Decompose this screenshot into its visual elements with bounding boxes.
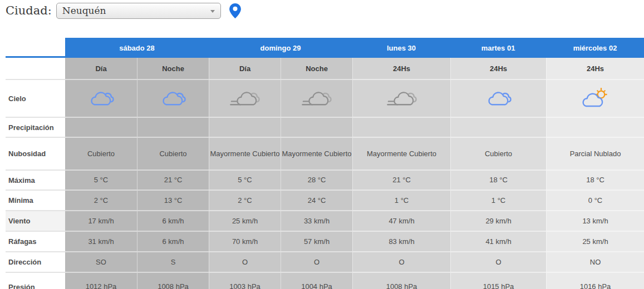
value-cell <box>209 117 281 137</box>
row-rafagas: Ráfagas 31 km/h 6 km/h 70 km/h 57 km/h 8… <box>6 231 644 251</box>
city-selector-bar: Ciudad: Neuquén <box>6 0 242 21</box>
weather-cell <box>281 79 352 117</box>
mostly-cloudy-windy-icon <box>230 89 260 108</box>
value-cell: 13 °C <box>137 190 209 210</box>
weather-cell <box>209 79 281 117</box>
value-cell: 25 km/h <box>209 210 281 231</box>
table-corner <box>6 38 65 58</box>
value-cell: 13 km/h <box>546 210 644 231</box>
value-cell: 0 °C <box>546 190 644 210</box>
partly-cloudy-sun-icon <box>582 88 609 109</box>
row-label: Dirección <box>6 251 65 272</box>
value-cell: S <box>137 251 209 272</box>
day-header: sábado 28 <box>65 38 209 58</box>
value-cell: 41 km/h <box>450 231 546 251</box>
value-cell <box>450 117 546 137</box>
period-header-row: Día Noche Día Noche 24Hs 24Hs 24Hs <box>6 58 644 79</box>
value-cell: 1016 hPa <box>546 272 644 289</box>
city-label: Ciudad: <box>6 4 52 17</box>
table-corner <box>6 58 65 79</box>
row-label: Viento <box>6 210 65 231</box>
row-viento: Viento 17 km/h 6 km/h 25 km/h 33 km/h 47… <box>6 210 644 231</box>
row-label: Precipitación <box>6 117 65 137</box>
value-cell: Cubierto <box>450 137 546 170</box>
row-label: Mínima <box>6 190 65 210</box>
value-cell: 6 km/h <box>137 210 209 231</box>
row-label: Ráfagas <box>6 231 65 251</box>
row-direccion: Dirección SO S O O O O NO <box>6 251 644 272</box>
value-cell: 1003 hPa <box>209 272 281 289</box>
row-maxima: Máxima 5 °C 21 °C 5 °C 28 °C 21 °C 18 °C… <box>6 170 644 190</box>
value-cell <box>546 117 644 137</box>
mostly-cloudy-windy-icon <box>302 89 332 108</box>
value-cell: 5 °C <box>65 170 137 190</box>
value-cell: 29 km/h <box>450 210 546 231</box>
value-cell: NO <box>546 251 644 272</box>
value-cell: 1015 hPa <box>450 272 546 289</box>
value-cell: 5 °C <box>209 170 281 190</box>
row-minima: Mínima 2 °C 13 °C 2 °C 24 °C 1 °C 1 °C 0… <box>6 190 644 210</box>
value-cell: 1 °C <box>450 190 546 210</box>
value-cell: 1008 hPa <box>137 272 209 289</box>
value-cell: 83 km/h <box>352 231 450 251</box>
location-pin-icon[interactable] <box>229 3 242 19</box>
value-cell: SO <box>65 251 137 272</box>
value-cell: Cubierto <box>137 137 209 170</box>
value-cell: Parcial Nublado <box>546 137 644 170</box>
value-cell <box>281 117 352 137</box>
row-nubosidad: Nubosidad Cubierto Cubierto Mayormente C… <box>6 137 644 170</box>
value-cell: 33 km/h <box>281 210 352 231</box>
value-cell: Mayormente Cubierto <box>281 137 352 170</box>
weather-cell <box>65 79 137 117</box>
row-cielo: Cielo <box>6 79 644 117</box>
period-header: Noche <box>281 58 352 79</box>
city-select[interactable]: Neuquén <box>56 3 221 19</box>
row-presion: Presión 1012 hPa 1008 hPa 1003 hPa 1004 … <box>6 272 644 289</box>
period-header: 24Hs <box>450 58 546 79</box>
weather-cell <box>546 79 644 117</box>
weather-cell <box>450 79 546 117</box>
period-header: Día <box>65 58 137 79</box>
value-cell: 6 km/h <box>137 231 209 251</box>
city-select-value: Neuquén <box>57 5 106 16</box>
value-cell: O <box>450 251 546 272</box>
value-cell: 1008 hPa <box>352 272 450 289</box>
value-cell: 1 °C <box>352 190 450 210</box>
period-header: Noche <box>137 58 209 79</box>
value-cell <box>352 117 450 137</box>
value-cell: 57 km/h <box>281 231 352 251</box>
forecast-table: sábado 28 domingo 29 lunes 30 martes 01 … <box>6 38 644 289</box>
value-cell: 28 °C <box>281 170 352 190</box>
value-cell: 25 km/h <box>546 231 644 251</box>
period-header: 24Hs <box>352 58 450 79</box>
cloudy-icon <box>160 89 186 108</box>
value-cell: 31 km/h <box>65 231 137 251</box>
value-cell: O <box>352 251 450 272</box>
value-cell: 47 km/h <box>352 210 450 231</box>
value-cell: Mayormente Cubierto <box>352 137 450 170</box>
weather-cell <box>137 79 209 117</box>
value-cell: 18 °C <box>450 170 546 190</box>
cloudy-icon <box>89 89 114 108</box>
value-cell: 70 km/h <box>209 231 281 251</box>
row-label: Máxima <box>6 170 65 190</box>
period-header: Día <box>209 58 281 79</box>
value-cell <box>65 117 137 137</box>
value-cell: 2 °C <box>65 190 137 210</box>
value-cell: O <box>281 251 352 272</box>
value-cell: 24 °C <box>281 190 352 210</box>
day-header: miércoles 02 <box>546 38 644 58</box>
value-cell: 2 °C <box>209 190 281 210</box>
value-cell: 17 km/h <box>65 210 137 231</box>
mostly-cloudy-windy-icon <box>387 89 417 108</box>
row-label: Nubosidad <box>6 137 65 170</box>
value-cell <box>137 117 209 137</box>
cloudy-icon <box>486 89 512 108</box>
dropdown-arrow-icon <box>210 10 215 13</box>
row-label: Presión <box>6 272 65 289</box>
value-cell: Mayormente Cubierto <box>209 137 281 170</box>
value-cell: 21 °C <box>352 170 450 190</box>
day-header: domingo 29 <box>209 38 352 58</box>
value-cell: 1012 hPa <box>65 272 137 289</box>
day-header: martes 01 <box>450 38 546 58</box>
